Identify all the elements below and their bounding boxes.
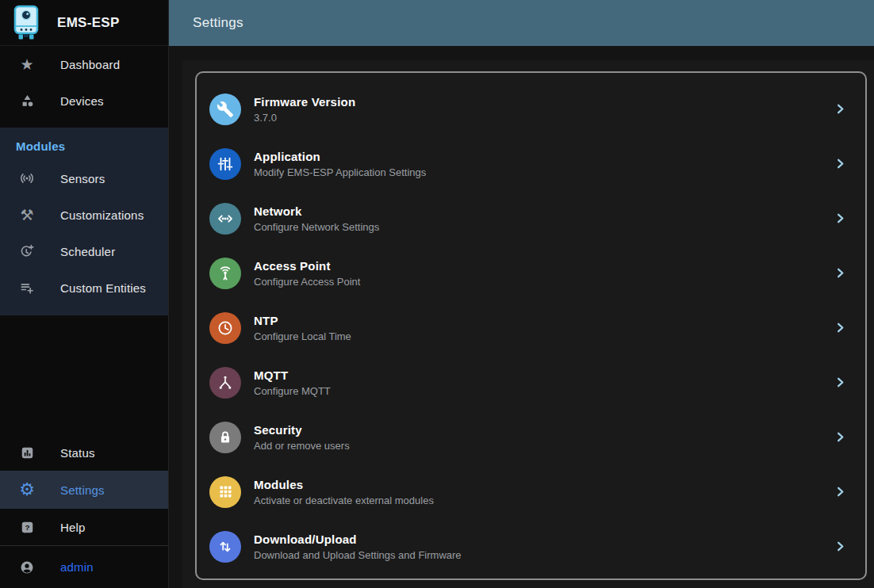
help-icon: ?	[17, 520, 36, 535]
settings-item-subtitle: Add or remove users	[254, 440, 350, 452]
ethernet-icon	[217, 210, 234, 227]
apps-grid-icon	[217, 483, 234, 500]
settings-item-access-point[interactable]: Access Point Configure Access Point	[197, 246, 865, 300]
settings-item-download-upload[interactable]: Download/Upload Download and Upload Sett…	[197, 519, 865, 574]
application-avatar	[209, 148, 241, 180]
sidebar-item-label: Scheduler	[60, 245, 115, 258]
settings-item-mqtt[interactable]: MQTT Configure MQTT	[197, 355, 865, 410]
settings-card: Firmware Version 3.7.0	[195, 71, 867, 580]
sidebar-user-admin[interactable]: admin	[0, 546, 168, 588]
access-point-avatar	[209, 258, 241, 289]
svg-text:?: ?	[25, 522, 29, 531]
boiler-logo-icon	[10, 4, 42, 42]
app-logo-bar: EMS-ESP	[0, 0, 168, 46]
star-icon: ★	[17, 55, 36, 74]
settings-item-subtitle: Configure Access Point	[254, 276, 360, 288]
settings-item-title: Modules	[254, 478, 434, 491]
sidebar-item-label: Customizations	[60, 208, 144, 222]
settings-item-security[interactable]: Security Add or remove users	[197, 410, 865, 464]
chevron-right-icon	[834, 322, 853, 334]
sidebar-item-label: Dashboard	[60, 58, 120, 71]
network-avatar	[209, 203, 241, 235]
account-circle-icon	[17, 559, 36, 575]
settings-item-subtitle: Download and Upload Settings and Firmwar…	[254, 549, 462, 561]
chevron-right-icon	[834, 267, 853, 279]
sidebar-item-label: Settings	[60, 483, 105, 497]
sidebar-item-scheduler[interactable]: Scheduler	[0, 233, 168, 269]
clock-icon	[217, 319, 234, 337]
sidebar-modules-section: Modules Sensors ⚒ Customizations	[0, 128, 168, 315]
sidebar-item-custom-entities[interactable]: Custom Entities	[0, 269, 168, 306]
settings-item-subtitle: 3.7.0	[254, 112, 355, 124]
sidebar-item-dashboard[interactable]: ★ Dashboard	[0, 46, 168, 82]
firmware-avatar	[209, 94, 241, 125]
settings-item-title: NTP	[254, 314, 351, 327]
sidebar-item-label: Custom Entities	[60, 281, 146, 295]
sidebar-item-status[interactable]: Status	[0, 434, 168, 471]
page-title: Settings	[193, 15, 243, 31]
settings-item-network[interactable]: Network Configure Network Settings	[197, 191, 865, 246]
chevron-right-icon	[834, 486, 853, 498]
chevron-right-icon	[834, 540, 853, 552]
settings-item-subtitle: Configure Local Time	[254, 330, 351, 342]
chevron-right-icon	[834, 376, 853, 388]
download-upload-avatar	[209, 531, 241, 563]
app-header: Settings	[169, 0, 874, 46]
chevron-right-icon	[834, 431, 853, 443]
playlist-add-icon	[17, 280, 36, 296]
sidebar-item-customizations[interactable]: ⚒ Customizations	[0, 197, 168, 233]
sidebar-item-settings[interactable]: ⚙ Settings	[0, 471, 168, 509]
sidebar-item-devices[interactable]: Devices	[0, 82, 168, 119]
gear-icon: ⚙	[17, 479, 36, 500]
sidebar-item-label: Help	[60, 521, 86, 534]
sidebar: EMS-ESP ★ Dashboard Devices Modules	[0, 0, 169, 588]
tune-icon	[217, 155, 234, 173]
settings-item-subtitle: Configure MQTT	[254, 385, 331, 397]
sensors-icon	[17, 170, 36, 186]
sidebar-item-label: Devices	[60, 94, 104, 108]
chevron-right-icon	[834, 158, 853, 170]
modules-avatar	[209, 476, 241, 508]
settings-item-subtitle: Activate or deactivate external modules	[254, 494, 434, 506]
settings-item-title: Application	[254, 150, 426, 163]
sidebar-item-label: Sensors	[60, 172, 105, 185]
sidebar-bottom-group: Status ⚙ Settings ? Help	[0, 434, 168, 588]
tools-icon: ⚒	[17, 206, 36, 224]
settings-item-title: Network	[254, 204, 379, 218]
settings-item-subtitle: Configure Network Settings	[254, 221, 379, 233]
chevron-right-icon	[834, 103, 853, 115]
wrench-icon	[217, 101, 234, 118]
sidebar-item-sensors[interactable]: Sensors	[0, 160, 168, 197]
modules-section-header: Modules	[0, 128, 168, 160]
sidebar-item-help[interactable]: ? Help	[0, 509, 168, 545]
clock-plus-icon	[17, 243, 36, 259]
mqtt-avatar	[209, 367, 241, 399]
settings-item-title: Download/Upload	[254, 533, 462, 546]
settings-item-title: MQTT	[254, 368, 331, 382]
settings-item-ntp[interactable]: NTP Configure Local Time	[197, 300, 865, 355]
chevron-right-icon	[834, 212, 853, 224]
import-export-icon	[217, 538, 234, 556]
bar-chart-icon	[17, 445, 36, 460]
wifi-tethering-icon	[217, 265, 234, 282]
security-avatar	[209, 422, 241, 453]
settings-item-firmware-version[interactable]: Firmware Version 3.7.0	[197, 82, 865, 136]
settings-item-modules[interactable]: Modules Activate or deactivate external …	[197, 464, 865, 519]
category-icon	[17, 94, 36, 109]
device-hub-icon	[217, 374, 234, 391]
sidebar-item-label: Status	[60, 446, 95, 460]
settings-item-title: Security	[254, 423, 350, 437]
settings-item-subtitle: Modify EMS-ESP Application Settings	[254, 166, 426, 178]
app-title: EMS-ESP	[57, 15, 120, 31]
settings-item-title: Firmware Version	[254, 95, 355, 109]
lock-icon	[217, 429, 234, 446]
content-panel: Firmware Version 3.7.0	[182, 60, 874, 588]
main-content: Firmware Version 3.7.0	[170, 46, 874, 588]
settings-item-title: Access Point	[254, 259, 360, 273]
sidebar-user-label: admin	[60, 560, 94, 574]
ems-esp-app: EMS-ESP ★ Dashboard Devices Modules	[0, 0, 874, 588]
ntp-avatar	[209, 312, 241, 344]
settings-item-application[interactable]: Application Modify EMS-ESP Application S…	[197, 136, 865, 191]
